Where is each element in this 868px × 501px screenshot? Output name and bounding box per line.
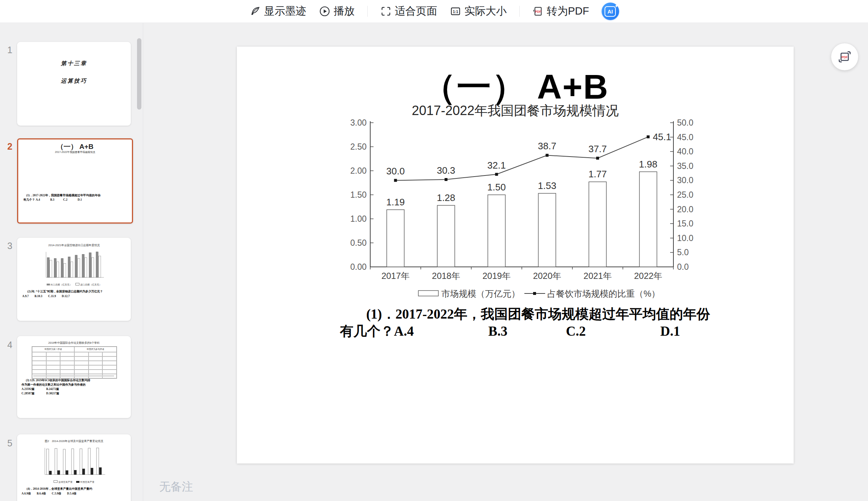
convert-pdf-floating-button[interactable]: PDF <box>831 43 858 70</box>
slide-number-5: 5 <box>2 438 12 449</box>
svg-text:2.00: 2.00 <box>350 166 367 175</box>
question-prefix: 有几个？ <box>340 324 394 339</box>
sidebar-scrollbar[interactable] <box>137 38 141 110</box>
svg-text:1.53: 1.53 <box>538 180 556 191</box>
thumb5-question: (4)．2014-2016年，全球坚果产量比中国坚果产量约 <box>27 487 129 491</box>
svg-text:5.0: 5.0 <box>677 248 689 257</box>
thumb3-mini-chart <box>41 249 107 282</box>
bars-layer <box>387 172 657 267</box>
question-line2: 有几个？A.4B.3C.2D.1 <box>340 323 825 339</box>
play-button[interactable]: 播放 <box>319 4 355 19</box>
thumb2-question-line2: 有几个？ A.4 B.3 C.2 D.1 <box>23 198 130 202</box>
svg-text:PDF: PDF <box>535 10 541 13</box>
svg-text:20.0: 20.0 <box>677 205 693 214</box>
svg-text:45.0: 45.0 <box>677 133 693 142</box>
svg-text:3.00: 3.00 <box>350 118 367 127</box>
slide-number-4: 4 <box>2 340 12 350</box>
svg-text:0.00: 0.00 <box>350 262 367 272</box>
slide-thumbnail-1[interactable]: 第十三章 运算技巧 <box>17 42 131 126</box>
svg-text:1.98: 1.98 <box>639 159 657 170</box>
market-scale-combo-chart[interactable]: 3.002.502.001.501.000.500.0050.045.040.0… <box>339 117 725 302</box>
svg-text:32.1: 32.1 <box>487 160 506 171</box>
svg-text:2.50: 2.50 <box>350 142 367 151</box>
svg-text:1:1: 1:1 <box>453 10 458 14</box>
svg-text:PDF: PDF <box>841 55 848 59</box>
fit-page-label: 适合页面 <box>395 4 437 19</box>
slide-thumbnail-5[interactable]: 图2 2014-2020年全球及中国坚果产量变化情况 全球坚果产量 中国坚果产量… <box>17 434 131 501</box>
slide-thumbnail-2-selected[interactable]: （一） A+B 2017-2022年我国团餐市场规模情况 3.002.502.0… <box>17 138 133 224</box>
thumb5-title: 图2 2014-2020年全球及中国坚果产量变化情况 <box>17 439 131 443</box>
thumb4-footnote-line <box>33 375 114 376</box>
svg-text:2017年: 2017年 <box>382 271 410 281</box>
thumb1-line2: 运算技巧 <box>17 78 131 84</box>
ai-assistant-button[interactable]: AI ✦ <box>602 3 619 20</box>
slide-number-1: 1 <box>2 45 12 55</box>
svg-text:25.0: 25.0 <box>677 190 693 200</box>
svg-text:占餐饮市场规模的比重（%）: 占餐饮市场规模的比重（%） <box>547 289 660 299</box>
thumb4-question-line2: 作为第一作者的论文数之和比中国作为参与作者的 <box>21 383 129 387</box>
sparkle-icon: ✦ <box>614 3 618 9</box>
slide-canvas[interactable]: （一） A+B 2017-2022年我国团餐市场规模情况 3.002.502.0… <box>237 47 794 463</box>
svg-text:30.0: 30.0 <box>386 166 405 177</box>
thumb5-legend: 全球坚果产量 中国坚果产量 <box>17 480 131 484</box>
svg-text:2021年: 2021年 <box>583 271 611 281</box>
option-c: C.2 <box>566 323 660 339</box>
toolbar-separator <box>367 6 368 17</box>
svg-text:1.28: 1.28 <box>437 192 455 203</box>
thumb4-options-line2: C.28587篇 D.30217篇 <box>21 391 129 395</box>
thumb1-line1: 第十三章 <box>17 60 131 67</box>
thumb2-subtitle: 2017-2022年我国团餐市场规模情况 <box>18 150 132 154</box>
ticks-layer <box>370 123 673 269</box>
notes-placeholder[interactable]: 无备注 <box>159 479 193 494</box>
to-pdf-label: 转为PDF <box>547 4 589 19</box>
thumb3-title: 2014-2021年全国货物进出口总额年度情况 <box>17 244 131 247</box>
svg-text:45.1: 45.1 <box>653 131 671 142</box>
fit-page-button[interactable]: 适合页面 <box>380 4 437 19</box>
option-b: B.3 <box>488 323 566 339</box>
thumb5-mini-chart <box>40 445 108 480</box>
thumb3-options: A.9.7 B.10.3 C.11.9 D.12.7 <box>22 294 129 298</box>
play-label: 播放 <box>334 4 355 19</box>
option-a: A.4 <box>394 323 488 339</box>
svg-text:15.0: 15.0 <box>677 219 693 228</box>
thumb3-question: (2) 问. “十三五”时期，全国货物进口总额约为多少万亿元？ <box>27 289 129 293</box>
thumb2-question-line1: (1)．2017-2022年，我国团餐市场规模超过年平均值的年份 <box>26 193 130 197</box>
svg-text:40.0: 40.0 <box>677 147 693 156</box>
legend-layer: 市场规模（万亿元）占餐饮市场规模的比重（%） <box>418 289 660 299</box>
pdf-pages-icon: PDF <box>837 49 852 64</box>
actual-size-button[interactable]: 1:1 实际大小 <box>450 4 507 19</box>
svg-text:30.3: 30.3 <box>437 165 455 176</box>
thumb3-legend: 出口总额（亿美元） 进口总额（亿美元） <box>17 283 131 287</box>
ai-icon: AI ✦ <box>605 6 616 17</box>
thumb4-title: 2019年中国国际合作论文数较多的6个学科 <box>17 341 131 345</box>
to-pdf-button[interactable]: PDF 转为PDF <box>532 4 589 19</box>
svg-text:1.50: 1.50 <box>350 190 367 200</box>
actual-size-icon: 1:1 <box>450 5 461 17</box>
category-labels-layer: 2017年2018年2019年2020年2021年2022年 <box>382 271 662 281</box>
data-labels-layer: 1.191.281.501.531.771.9830.030.332.138.7… <box>386 131 671 208</box>
svg-text:1.00: 1.00 <box>350 214 367 224</box>
svg-text:2022年: 2022年 <box>634 271 662 281</box>
slide-thumbnail-4[interactable]: 2019年中国国际合作论文数较多的6个学科 中国作为第一作者中国作为参与作者 (… <box>17 336 131 418</box>
svg-text:0.50: 0.50 <box>350 238 367 248</box>
svg-text:2018年: 2018年 <box>432 271 460 281</box>
toolbar-center-group: 显示墨迹 播放 适合页面 1:1 实际大小 <box>249 3 619 20</box>
slide-number-3: 3 <box>2 241 12 251</box>
svg-text:市场规模（万亿元）: 市场规模（万亿元） <box>441 289 520 299</box>
toolbar-separator <box>519 6 520 17</box>
slide4-mini-table: 中国作为第一作者中国作为参与作者 <box>32 346 117 379</box>
svg-text:50.0: 50.0 <box>677 118 693 127</box>
svg-text:1.19: 1.19 <box>386 197 405 208</box>
slide-thumbnail-3[interactable]: 2014-2021年全国货物进出口总额年度情况 出口总额（亿美元） 进口总额（亿… <box>17 238 131 321</box>
svg-text:37.7: 37.7 <box>589 143 607 154</box>
svg-text:30.0: 30.0 <box>677 175 693 185</box>
question-line1: (1)．2017-2022年，我国团餐市场规模超过年平均值的年份 <box>340 306 825 322</box>
show-ink-button[interactable]: 显示墨迹 <box>249 4 306 19</box>
svg-text:0.0: 0.0 <box>677 262 689 272</box>
svg-text:2019年: 2019年 <box>482 271 511 281</box>
actual-size-label: 实际大小 <box>465 4 507 19</box>
panel-divider <box>143 23 143 501</box>
svg-text:2020年: 2020年 <box>533 271 561 281</box>
toolbar: 显示墨迹 播放 适合页面 1:1 实际大小 <box>0 0 868 23</box>
axes-layer <box>370 121 673 267</box>
